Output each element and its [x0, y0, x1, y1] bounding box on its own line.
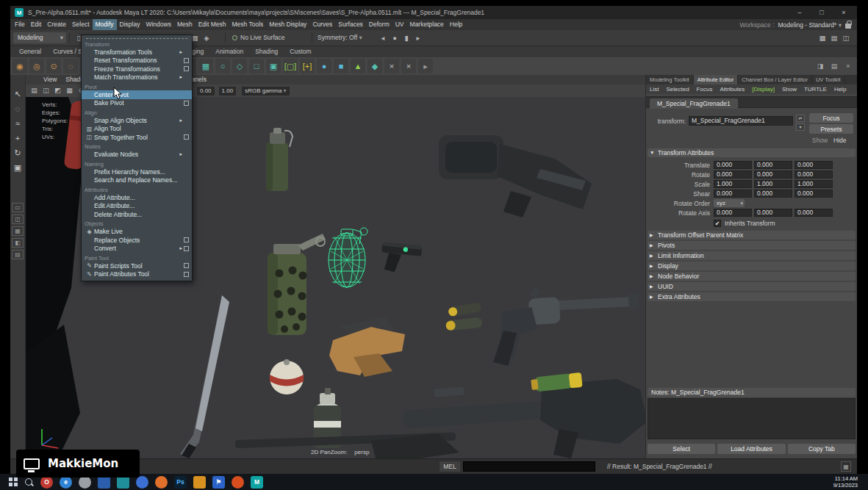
shelf-menu-icon[interactable]: ▤	[828, 59, 840, 73]
exposure-field[interactable]: 0.00	[197, 87, 215, 96]
shelf-menu-icon[interactable]: ◨	[814, 59, 826, 73]
mel-label[interactable]: MEL	[440, 461, 460, 472]
model-smoke-grenade[interactable]	[268, 234, 326, 335]
shelf-tool-icon[interactable]: ⊙	[46, 59, 61, 73]
shelf-tool-icon[interactable]: ×	[384, 59, 399, 73]
menu-option[interactable]: Replace Objects	[82, 236, 192, 245]
notes-textarea[interactable]	[648, 398, 856, 439]
attribute-editor-menu-item[interactable]: List	[646, 84, 662, 94]
layout-single-pane-icon[interactable]: ▭	[12, 203, 24, 212]
toggle-icon[interactable]: ▸	[413, 32, 423, 43]
attribute-value-field[interactable]: 1.000	[754, 180, 792, 188]
rotate-tool-icon[interactable]: ↻	[10, 145, 25, 160]
layout-two-pane-icon[interactable]: ◫	[12, 215, 24, 224]
menu-item[interactable]: File	[12, 19, 28, 30]
attribute-editor-menu-item[interactable]: Attributes	[716, 84, 748, 94]
option-box[interactable]	[184, 263, 189, 268]
mel-input[interactable]	[463, 461, 595, 472]
shelf-tool-icon[interactable]: ×	[401, 59, 416, 73]
menu-item[interactable]: Marketplace	[407, 19, 447, 30]
shelf-tool-icon[interactable]: ◉	[12, 59, 27, 73]
taskbar-app-blue-circle[interactable]	[136, 476, 148, 489]
menu-item[interactable]: Mesh	[174, 19, 196, 30]
swap-node-icon[interactable]: ⇄	[796, 115, 805, 122]
menu-option[interactable]: ▥ Align Tool	[82, 125, 192, 134]
shelf-tab[interactable]: Custom	[284, 46, 317, 57]
attribute-editor-menu-item[interactable]: Show	[778, 84, 800, 94]
sidebar-toggle-icon[interactable]: ▦	[817, 32, 828, 43]
option-box[interactable]	[184, 134, 189, 140]
taskbar-app-orange-square[interactable]	[193, 476, 206, 489]
menu-item[interactable]: UV	[392, 19, 407, 30]
attribute-value-field[interactable]: 0.000	[795, 190, 833, 198]
menu-item[interactable]: Mesh Tools	[229, 19, 267, 30]
minimize-button[interactable]: –	[791, 6, 808, 19]
layout-outliner-icon[interactable]: ◧	[12, 238, 24, 248]
snap-icon[interactable]: ◈	[201, 32, 212, 43]
notes-header[interactable]: Notes: M_Special_FragGrenade1	[648, 388, 856, 397]
sidebar-tab[interactable]: Attribute Editor	[694, 75, 739, 84]
show-button[interactable]: Show	[812, 137, 828, 144]
menu-option[interactable]: Naming	[82, 160, 192, 167]
shelf-tool-icon[interactable]: ◎	[29, 59, 44, 73]
transform-attributes-header[interactable]: Transform Attributes	[648, 148, 856, 157]
option-box[interactable]	[184, 58, 189, 63]
shelf-tool-icon[interactable]: [+]	[300, 59, 315, 73]
menu-item[interactable]: Create	[44, 19, 69, 30]
attribute-editor-menu-item[interactable]: Focus	[693, 84, 717, 94]
menu-item[interactable]: Surfaces	[335, 19, 366, 30]
model-katana[interactable]	[180, 295, 229, 458]
taskbar-clock[interactable]: 11:14 AM 9/13/2023	[833, 475, 858, 489]
menu-option[interactable]: Edit Attribute...	[82, 202, 192, 211]
node-tab[interactable]: M_Special_FragGrenade1	[650, 98, 738, 109]
menu-option[interactable]: Paint Tool	[82, 254, 192, 262]
menu-item[interactable]: Select	[69, 19, 93, 30]
inherits-transform-checkbox[interactable]: ✔	[714, 220, 721, 227]
model-revolver[interactable]	[489, 282, 642, 367]
shelf-tool-icon[interactable]: ■	[334, 59, 348, 73]
shelf-tool-icon[interactable]: ▲	[351, 59, 365, 73]
shelf-tab[interactable]: Shading	[249, 46, 284, 57]
attribute-editor-menu-item[interactable]: Selected	[662, 84, 692, 94]
shelf-tool-icon[interactable]: ◆	[367, 59, 382, 73]
scale-tool-icon[interactable]: ▣	[10, 160, 25, 175]
option-box[interactable]	[184, 246, 189, 251]
layout-hypershade-icon[interactable]: ▤	[12, 250, 24, 259]
rotate-order-dropdown[interactable]: xyz	[714, 199, 745, 207]
menu-option[interactable]: Center Pivot	[82, 90, 192, 99]
toggle-icon[interactable]: ▮	[401, 32, 412, 43]
sidebar-tab[interactable]: UV Toolkit	[812, 75, 845, 84]
menu-option[interactable]: Prefix Hierarchy Names...	[82, 167, 192, 176]
taskbar-app-opera[interactable]: O	[40, 476, 53, 489]
menu-item[interactable]: Deform	[366, 19, 392, 30]
menu-option[interactable]: Bake Pivot	[82, 99, 192, 108]
menu-option[interactable]: Pivot	[82, 83, 192, 90]
node-menu-icon[interactable]: ▾	[796, 123, 805, 131]
attribute-section-header[interactable]: Limit Information	[648, 251, 856, 260]
presets-button[interactable]: Presets	[809, 124, 853, 134]
menu-item[interactable]: Edit	[28, 19, 45, 30]
script-editor-icon[interactable]: ▦	[841, 461, 851, 472]
attribute-value-field[interactable]: 0.000	[795, 209, 833, 217]
model-ball-grenade[interactable]	[270, 359, 304, 394]
viewport-toolbar-icon[interactable]: ◫	[40, 85, 51, 96]
viewport-toolbar-icon[interactable]: ▦	[64, 85, 75, 96]
menu-option[interactable]: Align	[82, 109, 192, 116]
model-frag-grenade-selected[interactable]	[329, 228, 367, 287]
attribute-value-field[interactable]: 0.000	[714, 190, 752, 198]
shelf-tool-icon[interactable]: ◇	[232, 59, 247, 73]
menu-option[interactable]: Add Attribute...	[82, 193, 192, 202]
shelf-tool-icon[interactable]: ▦	[198, 59, 213, 73]
layout-four-pane-icon[interactable]: ▦	[12, 226, 24, 236]
menu-option[interactable]: Nodes	[82, 143, 192, 151]
shelf-tool-icon[interactable]: [▢]	[283, 59, 298, 73]
menu-option[interactable]: Evaluate Nodes	[82, 151, 192, 159]
live-surface-status[interactable]: No Live Surface	[232, 34, 284, 41]
model-gun-parts[interactable]	[329, 317, 405, 377]
taskbar-app-photoshop[interactable]: Ps	[174, 476, 187, 489]
menu-option[interactable]: ◈ Make Live	[82, 228, 192, 237]
shelf-tool-icon[interactable]: □	[249, 59, 264, 73]
menu-item[interactable]: Help	[447, 19, 465, 30]
menu-option[interactable]: Search and Replace Names...	[82, 176, 192, 185]
maximize-button[interactable]: □	[813, 6, 831, 19]
